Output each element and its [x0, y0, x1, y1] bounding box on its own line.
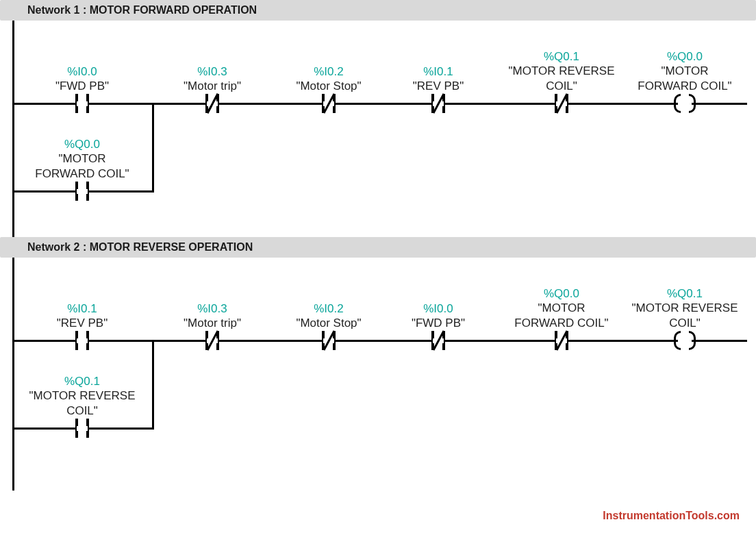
gap	[678, 338, 692, 343]
gap	[77, 426, 88, 431]
elem-label: %Q0.0 "MOTOR FORWARD COIL"	[27, 137, 137, 181]
symname: "MOTOR FORWARD COIL"	[630, 64, 740, 93]
network-1-body: %I0.0 "FWD PB" %I0.3 "Motor trip" %I0.2 …	[0, 21, 756, 237]
addr: %Q0.1	[27, 374, 137, 388]
nc-contact-overlay	[549, 331, 574, 350]
elem-label: %I0.3 "Motor trip"	[158, 64, 267, 94]
left-rail	[12, 258, 14, 491]
nc-contact-overlay	[426, 331, 451, 350]
nc-contact-overlay	[200, 331, 225, 350]
branch-vertical	[152, 103, 154, 193]
network-1-title: MOTOR FORWARD OPERATION	[90, 4, 257, 16]
elem-label: %Q0.1 "MOTOR REVERSE COIL"	[630, 286, 740, 330]
addr: %I0.0	[383, 301, 493, 316]
elem-label: %Q0.1 "MOTOR REVERSE COIL"	[507, 49, 616, 93]
nc-contact-overlay	[426, 94, 451, 113]
branch-vertical	[152, 340, 154, 430]
symname: "Motor trip"	[158, 79, 267, 93]
addr: %Q0.1	[507, 49, 616, 64]
nc-contact-overlay	[549, 94, 574, 113]
symname: "Motor Stop"	[274, 316, 383, 330]
elem-label: %I0.2 "Motor Stop"	[274, 301, 383, 331]
gap	[77, 338, 88, 343]
elem-label: %I0.3 "Motor trip"	[158, 301, 267, 331]
network-2-header: Network 2 : MOTOR REVERSE OPERATION	[0, 237, 756, 258]
addr: %Q0.0	[630, 49, 740, 64]
symname: "FWD PB"	[27, 79, 137, 93]
elem-label: %I0.0 "FWD PB"	[27, 64, 137, 94]
left-rail	[12, 21, 14, 237]
symname: "MOTOR REVERSE COIL"	[27, 388, 137, 418]
gap	[678, 101, 692, 106]
network-2-title-prefix: Network 2 :	[27, 241, 90, 253]
elem-label: %Q0.0 "MOTOR FORWARD COIL"	[507, 286, 616, 330]
elem-label: %I0.0 "FWD PB"	[383, 301, 493, 331]
network-2-body: %I0.1 "REV PB" %I0.3 "Motor trip" %I0.2 …	[0, 258, 756, 491]
watermark: InstrumentationTools.com	[603, 510, 740, 522]
addr: %I0.1	[383, 64, 493, 79]
addr: %I0.3	[158, 64, 267, 79]
network-1-title-prefix: Network 1 :	[27, 4, 90, 16]
gap	[77, 189, 88, 194]
addr: %I0.0	[27, 64, 137, 79]
nc-contact-overlay	[316, 331, 341, 350]
elem-label: %I0.1 "REV PB"	[27, 301, 137, 331]
symname: "Motor trip"	[158, 316, 267, 330]
addr: %I0.1	[27, 301, 137, 316]
symname: "FWD PB"	[383, 316, 493, 330]
symname: "REV PB"	[27, 316, 137, 330]
symname: "Motor Stop"	[274, 79, 383, 93]
symname: "MOTOR REVERSE COIL"	[630, 301, 740, 330]
addr: %Q0.0	[507, 286, 616, 301]
elem-label: %Q0.0 "MOTOR FORWARD COIL"	[630, 49, 740, 93]
network-2-title: MOTOR REVERSE OPERATION	[90, 241, 253, 253]
gap	[77, 101, 88, 106]
addr: %I0.2	[274, 64, 383, 79]
gap	[207, 101, 218, 106]
addr: %I0.3	[158, 301, 267, 316]
elem-label: %Q0.1 "MOTOR REVERSE COIL"	[27, 374, 137, 418]
symname: "MOTOR FORWARD COIL"	[27, 151, 137, 181]
nc-contact-overlay	[316, 94, 341, 113]
symname: "REV PB"	[383, 79, 493, 93]
addr: %Q0.1	[630, 286, 740, 301]
elem-label: %I0.1 "REV PB"	[383, 64, 493, 94]
elem-label: %I0.2 "Motor Stop"	[274, 64, 383, 94]
rung-wire	[14, 340, 747, 342]
rung-wire	[14, 103, 747, 105]
addr: %Q0.0	[27, 137, 137, 151]
symname: "MOTOR FORWARD COIL"	[507, 301, 616, 330]
network-1-header: Network 1 : MOTOR FORWARD OPERATION	[0, 0, 756, 21]
addr: %I0.2	[274, 301, 383, 316]
symname: "MOTOR REVERSE COIL"	[507, 64, 616, 93]
